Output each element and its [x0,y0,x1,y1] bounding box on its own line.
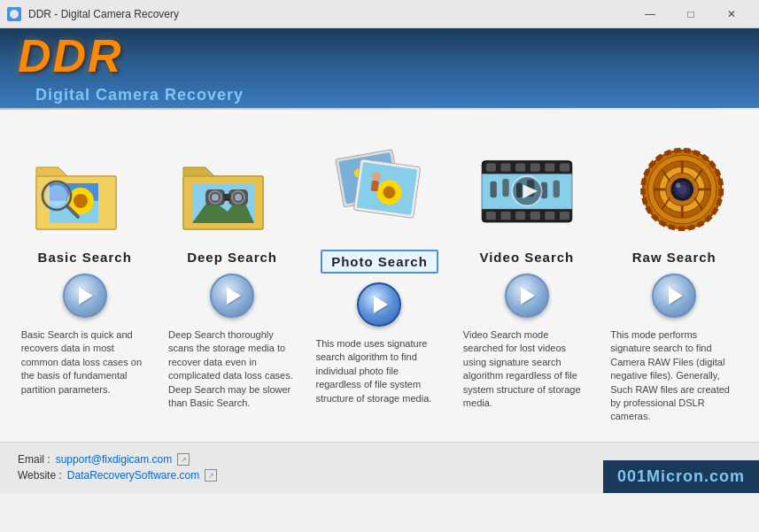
play-icon [374,296,388,313]
website-link[interactable]: DataRecoverySoftware.com [67,469,199,482]
email-external-icon[interactable]: ↗ [177,453,190,466]
maximize-button[interactable]: □ [670,0,711,28]
video-search-icon [474,141,580,238]
svg-point-63 [676,183,681,189]
email-row: Email : support@fixdigicam.com ↗ [18,453,217,466]
svg-point-21 [235,194,242,201]
deep-search-desc: Deep Search thoroughly scans the storage… [167,328,298,410]
video-search-button[interactable] [505,274,549,318]
basic-search-label: Basic Search [38,250,132,265]
svg-rect-46 [502,179,508,197]
website-label: Website : [18,469,62,482]
basic-search-icon [32,141,138,238]
raw-search-item[interactable]: Raw Search This mode performs signature … [606,136,743,424]
play-icon [227,287,241,305]
svg-rect-43 [560,212,569,220]
svg-point-8 [46,185,67,206]
email-link[interactable]: support@fixdigicam.com [56,453,173,466]
header: DDR Digital Camera Recovery [0,28,759,108]
main-content: Basic Search Basic Search is quick and r… [0,110,759,442]
svg-rect-42 [545,212,554,220]
website-external-icon[interactable]: ↗ [205,469,217,482]
website-row: Website : DataRecoverySoftware.com ↗ [18,469,217,482]
window-controls: — □ ✕ [630,0,752,28]
photo-search-button[interactable] [357,282,401,327]
raw-search-icon-container [616,136,732,243]
raw-search-label: Raw Search [632,250,716,265]
title-bar: DDR - Digital Camera Recovery — □ ✕ [0,0,759,28]
svg-rect-32 [486,163,496,171]
svg-rect-45 [490,181,496,197]
raw-search-icon [621,141,727,238]
photo-search-icon [326,141,432,238]
deep-search-label: Deep Search [187,250,277,265]
play-icon [669,287,683,305]
basic-search-desc: Basic Search is quick and recovers data … [19,328,151,397]
footer: Email : support@fixdigicam.com ↗ Website… [0,442,759,493]
title-bar-text: DDR - Digital Camera Recovery [28,8,630,20]
svg-rect-34 [515,163,525,171]
deep-search-button[interactable] [210,274,254,318]
svg-rect-17 [223,194,230,201]
play-icon [521,287,535,305]
svg-rect-30 [371,181,380,192]
play-icon [79,287,93,305]
footer-links: Email : support@fixdigicam.com ↗ Website… [18,453,217,482]
app-logo: DDR [18,33,244,79]
footer-brand: 001Micron.com [603,460,759,493]
svg-rect-38 [486,212,496,220]
video-search-desc: Video Search mode searched for lost vide… [461,328,592,410]
raw-search-desc: This mode performs signature search to f… [608,328,740,424]
close-button[interactable]: ✕ [711,0,752,28]
svg-point-20 [212,194,219,201]
video-search-label: Video Search [479,250,574,265]
email-label: Email : [18,453,50,466]
basic-search-button[interactable] [63,274,107,318]
search-options-grid: Basic Search Basic Search is quick and r… [9,127,750,424]
svg-rect-50 [553,181,559,197]
raw-search-button[interactable] [652,274,696,318]
photo-search-item[interactable]: Photo Search This mode uses signature se… [311,136,448,405]
svg-rect-33 [500,163,510,171]
video-search-item[interactable]: Video Search Video Search mode searched … [458,136,595,410]
minimize-button[interactable]: — [630,0,670,28]
photo-search-desc: This mode uses signature search algorith… [314,337,445,405]
svg-rect-36 [545,163,554,171]
photo-search-icon-container [321,136,437,243]
svg-point-0 [10,10,19,19]
app-subtitle: Digital Camera Recovery [35,86,244,104]
video-search-icon-container [469,136,585,243]
basic-search-item[interactable]: Basic Search Basic Search is quick and r… [16,136,153,397]
svg-rect-39 [500,212,510,220]
deep-search-icon-container [174,136,290,243]
app-icon [7,7,21,21]
svg-rect-41 [531,212,540,220]
svg-rect-37 [560,163,569,171]
svg-point-6 [74,194,88,208]
svg-rect-35 [531,163,540,171]
svg-rect-40 [515,212,525,220]
photo-search-label: Photo Search [321,250,438,274]
deep-search-item[interactable]: Deep Search Deep Search thoroughly scans… [164,136,301,410]
basic-search-icon-container [27,136,143,243]
deep-search-icon [179,141,285,238]
